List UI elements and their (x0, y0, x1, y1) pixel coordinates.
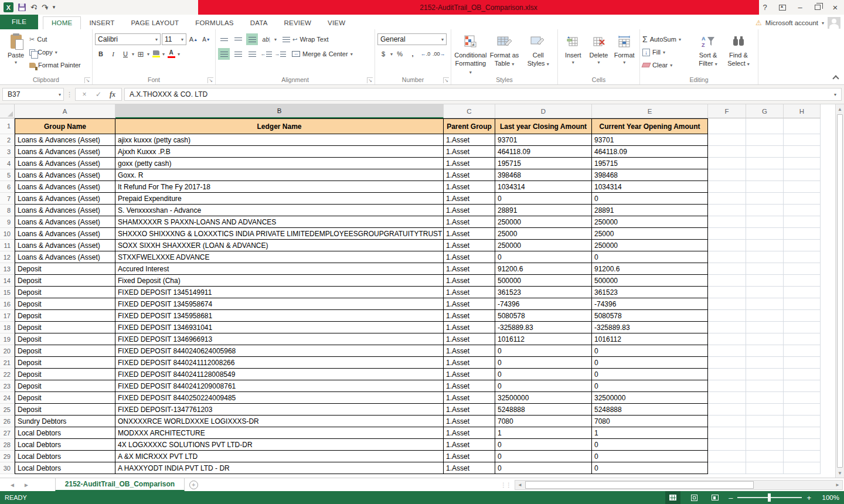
empty-cell[interactable] (784, 146, 821, 158)
table-cell[interactable]: It Refund For The Fy 2017-18 (115, 181, 444, 193)
table-cell[interactable]: SOXX SIXXH SHAXXXER (LOAN & ADVANCE) (115, 240, 444, 251)
row-header-11[interactable]: 11 (0, 240, 15, 251)
table-cell[interactable]: Loans & Advances (Asset) (15, 181, 115, 193)
table-cell[interactable]: Prepaid Expenditure (115, 193, 444, 205)
table-cell[interactable]: 1.Asset (444, 392, 495, 404)
table-cell[interactable]: SHXXXO SHIXXXNG & LOXXXTICS INDIA PRIVAT… (115, 228, 444, 240)
redo-icon[interactable]: ↷▾ (42, 4, 48, 11)
shrink-font-button[interactable]: A▼ (200, 33, 212, 45)
increase-indent-button[interactable]: → (274, 48, 286, 60)
empty-cell[interactable] (746, 333, 784, 345)
table-cell[interactable]: A &X MICRXXX PVT LTD (115, 451, 444, 462)
table-cell[interactable]: 1.Asset (444, 462, 495, 474)
number-dialog-launcher[interactable]: ↘ (443, 77, 449, 83)
table-cell[interactable]: 1016112 (495, 333, 592, 345)
empty-cell[interactable] (746, 451, 784, 462)
page-layout-view-button[interactable] (686, 491, 702, 504)
table-cell[interactable]: Deposit (15, 369, 115, 380)
table-cell[interactable]: 0 (592, 369, 708, 380)
row-header-21[interactable]: 21 (0, 357, 15, 369)
empty-cell[interactable] (708, 298, 746, 310)
autosum-button[interactable]: ΣAutoSum▾ (642, 33, 693, 46)
column-header-F[interactable]: F (708, 104, 746, 118)
orientation-button[interactable]: ab⁄ (260, 33, 272, 45)
increase-decimal-button[interactable]: ←.0 (420, 48, 431, 60)
empty-cell[interactable] (784, 205, 821, 216)
table-cell[interactable]: 1.Asset (444, 158, 495, 169)
font-dialog-launcher[interactable]: ↘ (207, 77, 213, 83)
table-cell[interactable]: Deposit (15, 357, 115, 369)
sort-filter-button[interactable]: AZ Sort &Filter ▾ (693, 32, 723, 68)
table-cell[interactable]: Loans & Advances (Asset) (15, 169, 115, 181)
table-cell[interactable]: 1.Asset (444, 275, 495, 287)
empty-cell[interactable] (784, 181, 821, 193)
scroll-right-icon[interactable]: ► (833, 482, 842, 488)
table-cell[interactable]: FIXED DEPOSIT-1347761203 (115, 404, 444, 416)
empty-cell[interactable] (708, 275, 746, 287)
empty-cell[interactable] (708, 263, 746, 275)
empty-cell[interactable] (708, 134, 746, 146)
sheet-tab-active[interactable]: 2152-AuditTrail_OB_Comparison (55, 478, 185, 491)
row-header-20[interactable]: 20 (0, 345, 15, 357)
table-cell[interactable]: 1.Asset (444, 380, 495, 392)
table-cell[interactable]: -325889.83 (495, 322, 592, 333)
empty-cell[interactable] (784, 427, 821, 439)
bold-button[interactable]: B (95, 48, 107, 60)
table-cell[interactable]: Deposit (15, 345, 115, 357)
table-cell[interactable]: 1.Asset (444, 404, 495, 416)
table-cell[interactable]: ajixx kuxxx (petty cash) (115, 134, 444, 146)
page-break-view-button[interactable] (707, 491, 723, 504)
align-left-button[interactable] (218, 48, 230, 60)
empty-cell[interactable] (746, 251, 784, 263)
align-right-button[interactable] (246, 48, 258, 60)
table-cell[interactable]: FIXED DEPOSIT 1345958681 (115, 310, 444, 322)
table-cell[interactable]: 0 (495, 439, 592, 451)
column-header-A[interactable]: A (15, 104, 115, 118)
table-cell[interactable]: Fixed Deposit (Cha) (115, 275, 444, 287)
help-button[interactable]: ? (756, 0, 774, 15)
table-cell[interactable]: 464118.09 (495, 146, 592, 158)
merge-center-button[interactable]: ↔ Merge & Center▾ (292, 47, 353, 60)
empty-cell[interactable] (746, 345, 784, 357)
table-cell[interactable]: 1.Asset (444, 193, 495, 205)
empty-cell[interactable] (784, 216, 821, 228)
table-cell[interactable]: 0 (592, 193, 708, 205)
delete-cells-button[interactable]: Delete▾ (586, 32, 612, 66)
column-header-B[interactable]: B (115, 104, 444, 118)
table-cell[interactable]: 250000 (592, 240, 708, 251)
empty-cell[interactable] (708, 158, 746, 169)
empty-cell[interactable] (708, 240, 746, 251)
account-avatar[interactable] (828, 17, 840, 29)
empty-cell[interactable] (784, 263, 821, 275)
scroll-down-icon[interactable]: ▼ (836, 468, 844, 478)
account-label[interactable]: Microsoft account (765, 19, 818, 26)
underline-dropdown-icon[interactable]: ▾ (132, 52, 134, 57)
table-cell[interactable]: Local Debtors (15, 462, 115, 474)
empty-cell[interactable] (708, 392, 746, 404)
table-cell[interactable]: Loans & Advances (Asset) (15, 205, 115, 216)
table-cell[interactable]: Local Debtors (15, 427, 115, 439)
clipboard-dialog-launcher[interactable]: ↘ (84, 77, 90, 83)
table-cell[interactable]: 398468 (592, 169, 708, 181)
table-cell[interactable]: FIXED DEPOSIT 1345149911 (115, 287, 444, 298)
row-header-29[interactable]: 29 (0, 451, 15, 462)
empty-cell[interactable] (746, 275, 784, 287)
table-cell[interactable]: 1.Asset (444, 287, 495, 298)
align-middle-button[interactable] (232, 33, 244, 45)
row-header-9[interactable]: 9 (0, 216, 15, 228)
empty-cell[interactable] (746, 310, 784, 322)
table-cell[interactable]: FIXED DEPOSIT 1346931041 (115, 322, 444, 333)
expand-formula-bar-icon[interactable]: ▾ (834, 92, 836, 97)
table-cell[interactable]: 1.Asset (444, 169, 495, 181)
table-cell[interactable]: 1.Asset (444, 310, 495, 322)
new-sheet-button[interactable]: + (185, 478, 202, 491)
table-cell[interactable]: 1.Asset (444, 251, 495, 263)
row-header-23[interactable]: 23 (0, 380, 15, 392)
empty-cell[interactable] (746, 380, 784, 392)
undo-icon[interactable]: ↶▾ (30, 4, 37, 11)
table-cell[interactable]: 1 (495, 427, 592, 439)
table-cell[interactable]: 195715 (592, 158, 708, 169)
row-header-22[interactable]: 22 (0, 369, 15, 380)
align-center-button[interactable] (232, 48, 244, 60)
empty-cell[interactable] (746, 357, 784, 369)
